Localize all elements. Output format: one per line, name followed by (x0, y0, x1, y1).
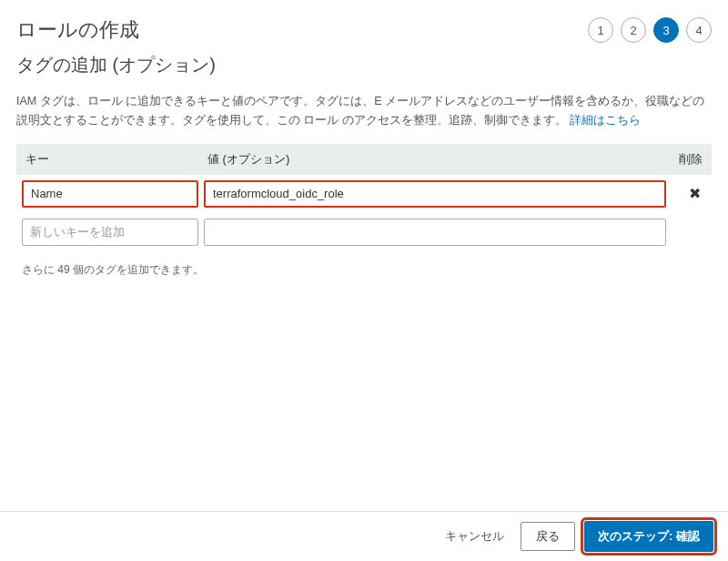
new-tag-key-input[interactable] (22, 219, 198, 246)
wizard-steps: 1 2 3 4 (588, 17, 712, 43)
new-tag-value-input[interactable] (204, 219, 666, 246)
page-title: ロールの作成 (16, 16, 139, 44)
col-value: 値 (オプション) (207, 151, 648, 168)
back-button[interactable]: 戻る (521, 522, 575, 551)
limit-prefix: さらに (22, 263, 57, 276)
tags-table: キー 値 (オプション) 削除 ✖ (16, 144, 712, 251)
tags-table-header: キー 値 (オプション) 削除 (16, 144, 712, 175)
limit-suffix: 個のタグを追加できます。 (70, 263, 204, 276)
wizard-footer: キャンセル 戻る 次のステップ: 確認 (0, 511, 728, 561)
tag-key-input[interactable] (22, 180, 198, 208)
cancel-button[interactable]: キャンセル (438, 523, 511, 550)
limit-count: 49 (57, 263, 69, 276)
col-delete: 削除 (648, 151, 703, 168)
step-4[interactable]: 4 (686, 17, 712, 43)
description-text: IAM タグは、ロール に追加できるキーと値のペアです。タグには、E メールアド… (16, 92, 712, 131)
close-icon: ✖ (689, 186, 701, 201)
step-1[interactable]: 1 (588, 17, 613, 43)
step-3[interactable]: 3 (653, 17, 679, 43)
learn-more-link[interactable]: 詳細はこちら (570, 114, 641, 127)
col-key: キー (25, 151, 207, 168)
table-row: ✖ (16, 175, 712, 213)
delete-tag-button[interactable]: ✖ (677, 185, 712, 202)
tag-limit-text: さらに 49 個のタグを追加できます。 (16, 262, 712, 278)
table-row (16, 213, 712, 251)
tag-value-input[interactable] (204, 180, 666, 208)
section-subtitle: タグの追加 (オプション) (16, 53, 712, 77)
next-step-button[interactable]: 次のステップ: 確認 (584, 521, 713, 552)
step-2[interactable]: 2 (621, 17, 646, 43)
